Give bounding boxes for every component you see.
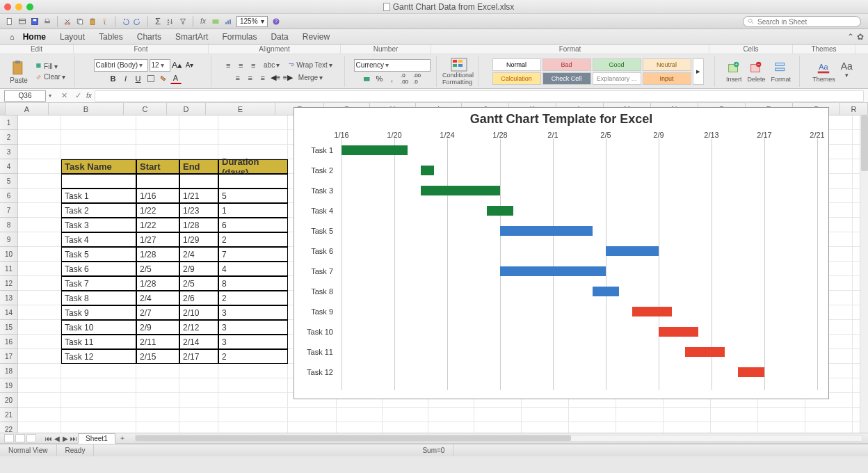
cut-icon[interactable]: [62, 16, 73, 27]
vertical-scrollbar[interactable]: [860, 115, 868, 433]
table-cell[interactable]: 1/16: [136, 189, 179, 203]
table-cell[interactable]: Task 5: [61, 247, 136, 262]
zoom-window-icon[interactable]: [26, 3, 33, 10]
tab-review[interactable]: Review: [296, 29, 337, 45]
help-icon[interactable]: ?: [271, 16, 282, 27]
font-size-combo[interactable]: 12▾: [150, 59, 170, 72]
table-cell[interactable]: 6: [218, 218, 288, 232]
fx-icon[interactable]: fx: [86, 92, 92, 99]
table-cell[interactable]: 3: [218, 335, 288, 349]
close-window-icon[interactable]: [4, 3, 11, 10]
col-header-B[interactable]: B: [49, 103, 124, 115]
table-cell[interactable]: 2/4: [179, 247, 218, 262]
decrease-decimal-icon[interactable]: .00.0: [412, 73, 423, 84]
table-cell[interactable]: 2: [218, 349, 288, 364]
col-header-R[interactable]: R: [840, 103, 868, 115]
font-color-button[interactable]: A: [170, 73, 182, 84]
redo-icon[interactable]: [132, 16, 143, 27]
conditional-formatting-button[interactable]: Conditional Formatting: [442, 58, 475, 86]
table-cell[interactable]: 5: [218, 189, 288, 203]
window-icon[interactable]: [17, 16, 28, 27]
table-cell[interactable]: 1: [218, 203, 288, 218]
row-header-11[interactable]: 11: [0, 262, 17, 276]
table-cell[interactable]: 1/27: [136, 232, 179, 247]
table-cell[interactable]: 2/14: [179, 335, 218, 349]
wrap-text-button[interactable]: Wrap Text▾: [284, 60, 336, 70]
table-cell[interactable]: 1/28: [136, 276, 179, 291]
style-bad[interactable]: Bad: [542, 58, 591, 71]
table-cell[interactable]: 2/9: [179, 262, 218, 276]
formula-input[interactable]: [95, 90, 864, 102]
table-cell[interactable]: Task 9: [61, 305, 136, 320]
table-cell[interactable]: 2/12: [179, 320, 218, 335]
col-header-A[interactable]: A: [6, 103, 49, 115]
table-cell[interactable]: Task 10: [61, 320, 136, 335]
table-cell[interactable]: 2/5: [179, 276, 218, 291]
orientation-button[interactable]: abc▾: [260, 60, 283, 70]
theme-fonts-button[interactable]: Aa▾: [841, 61, 853, 83]
row-header-14[interactable]: 14: [0, 305, 17, 320]
table-header[interactable]: End: [179, 159, 218, 174]
row-header-22[interactable]: 22: [0, 422, 17, 433]
table-cell[interactable]: 4: [218, 262, 288, 276]
sort-icon[interactable]: AZ: [165, 16, 176, 27]
name-box-dropdown-icon[interactable]: ▾: [49, 93, 51, 99]
tab-data[interactable]: Data: [264, 29, 295, 45]
sheet-nav-arrows[interactable]: ⏮◀▶⏭: [45, 433, 78, 443]
align-middle-icon[interactable]: ≡: [235, 60, 246, 71]
increase-indent-icon[interactable]: ≡▶: [282, 72, 294, 83]
style-check-cell[interactable]: Check Cell: [542, 72, 591, 85]
row-header-9[interactable]: 9: [0, 232, 17, 247]
format-painter-icon[interactable]: [99, 16, 111, 27]
table-cell[interactable]: 1/22: [136, 203, 179, 218]
table-cell[interactable]: 7: [218, 247, 288, 262]
copy-icon[interactable]: [74, 16, 86, 27]
styles-more-icon[interactable]: ▸: [693, 58, 704, 85]
table-header[interactable]: Start: [136, 159, 179, 174]
table-cell[interactable]: 1/28: [179, 218, 218, 232]
col-header-C[interactable]: C: [124, 103, 167, 115]
table-cell[interactable]: 1/28: [136, 247, 179, 262]
table-cell[interactable]: 2: [218, 291, 288, 305]
themes-button[interactable]: AaThemes: [812, 61, 835, 83]
table-cell[interactable]: 1/22: [136, 218, 179, 232]
table-cell[interactable]: 1/21: [179, 189, 218, 203]
insert-cells-button[interactable]: +Insert: [726, 61, 742, 83]
merge-button[interactable]: Merge▾: [295, 72, 326, 83]
zoom-combo[interactable]: 125%▾: [236, 16, 268, 27]
table-cell[interactable]: 2/7: [136, 305, 179, 320]
filter-icon[interactable]: [177, 16, 188, 27]
currency-button[interactable]: [362, 73, 373, 84]
comma-button[interactable]: ,: [387, 73, 398, 84]
table-cell[interactable]: 2/6: [179, 291, 218, 305]
align-right-icon[interactable]: ≡: [257, 72, 268, 83]
paste-button[interactable]: Paste: [8, 58, 29, 84]
tab-smartart[interactable]: SmartArt: [168, 29, 215, 45]
table-cell[interactable]: Task 7: [61, 276, 136, 291]
row-header-8[interactable]: 8: [0, 218, 17, 232]
align-top-icon[interactable]: ≡: [223, 60, 234, 71]
table-cell[interactable]: Task 12: [61, 349, 136, 364]
table-cell[interactable]: 3: [218, 320, 288, 335]
style-input[interactable]: Input: [643, 72, 691, 85]
add-sheet-button[interactable]: ＋: [115, 433, 129, 444]
style-neutral[interactable]: Neutral: [643, 58, 691, 71]
bold-button[interactable]: B: [108, 73, 119, 84]
col-header-D[interactable]: D: [167, 103, 206, 115]
table-cell[interactable]: 2/17: [179, 349, 218, 364]
number-format-combo[interactable]: Currency▾: [354, 59, 431, 72]
table-cell[interactable]: Task 11: [61, 335, 136, 349]
increase-font-icon[interactable]: A▴: [172, 60, 183, 71]
print-icon[interactable]: [42, 16, 53, 27]
row-header-13[interactable]: 13: [0, 291, 17, 305]
table-cell[interactable]: 2/5: [136, 262, 179, 276]
chart-icon[interactable]: [223, 16, 234, 27]
table-cell[interactable]: 2/10: [179, 305, 218, 320]
row-header-16[interactable]: 16: [0, 335, 17, 349]
table-cell[interactable]: Task 8: [61, 291, 136, 305]
autosum-icon[interactable]: Σ: [152, 16, 163, 27]
sheet-tab[interactable]: Sheet1: [78, 433, 115, 444]
italic-button[interactable]: I: [120, 73, 131, 84]
decrease-font-icon[interactable]: A▾: [184, 60, 195, 71]
minimize-window-icon[interactable]: [15, 3, 22, 10]
